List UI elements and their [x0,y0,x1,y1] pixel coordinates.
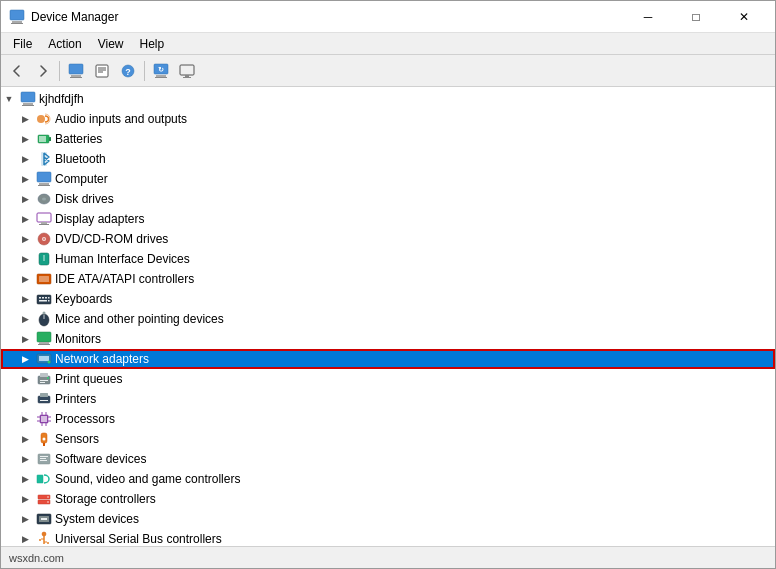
back-button[interactable] [5,59,29,83]
tree-item-software[interactable]: ▶ Software devices [1,449,775,469]
device-tree[interactable]: ▼ kjhdfdjfh ▶ [1,87,775,546]
svg-rect-80 [40,456,48,457]
svg-rect-3 [69,64,83,74]
tree-root[interactable]: ▼ kjhdfdjfh [1,89,775,109]
icon-print-queues [36,371,52,387]
expand-batteries[interactable]: ▶ [17,131,33,147]
svg-rect-44 [42,297,44,299]
label-hid: Human Interface Devices [55,252,190,266]
expand-disk[interactable]: ▶ [17,191,33,207]
icon-disk [36,191,52,207]
tree-item-processors[interactable]: ▶ Processors [1,409,775,429]
svg-rect-19 [21,92,35,102]
tree-item-display[interactable]: ▶ Display adapters [1,209,775,229]
tree-item-bluetooth[interactable]: ▶ Bluetooth [1,149,775,169]
expand-printers[interactable]: ▶ [17,391,33,407]
expand-ide[interactable]: ▶ [17,271,33,287]
icon-computer-item [36,171,52,187]
icon-monitors [36,331,52,347]
tree-item-print-queues[interactable]: ▶ Print queues [1,369,775,389]
expand-mice[interactable]: ▶ [17,311,33,327]
tree-item-system[interactable]: ▶ System devices [1,509,775,529]
svg-rect-25 [39,136,46,142]
svg-rect-63 [38,396,50,403]
device-manager-button[interactable] [64,59,88,83]
svg-point-37 [43,238,45,240]
expand-software[interactable]: ▶ [17,451,33,467]
menu-view[interactable]: View [90,33,132,54]
label-system: System devices [55,512,139,526]
expand-usb[interactable]: ▶ [17,531,33,546]
svg-point-96 [47,542,49,544]
expand-network[interactable]: ▶ [17,351,33,367]
close-button[interactable]: ✕ [721,1,767,33]
expand-keyboards[interactable]: ▶ [17,291,33,307]
svg-rect-27 [37,172,51,182]
expand-hid[interactable]: ▶ [17,251,33,267]
expand-monitors[interactable]: ▶ [17,331,33,347]
tree-item-sensors[interactable]: ▶ Sensors [1,429,775,449]
expand-display[interactable]: ▶ [17,211,33,227]
scan-button[interactable]: ↻ [149,59,173,83]
icon-printers [36,391,52,407]
tree-item-computer[interactable]: ▶ Computer [1,169,775,189]
tree-item-printers[interactable]: ▶ Printers [1,389,775,409]
tree-item-disk[interactable]: ▶ Disk drives [1,189,775,209]
icon-keyboards [36,291,52,307]
label-usb: Universal Serial Bus controllers [55,532,222,546]
tree-item-dvd[interactable]: ▶ DVD/CD-ROM drives [1,229,775,249]
tree-item-network[interactable]: ▶ Network adapters [1,349,775,369]
expand-sensors[interactable]: ▶ [17,431,33,447]
icon-mice [36,311,52,327]
svg-rect-33 [41,222,47,224]
main-content: ▼ kjhdfdjfh ▶ [1,87,775,546]
svg-rect-21 [22,105,34,106]
svg-rect-41 [39,276,49,282]
menu-help[interactable]: Help [132,33,173,54]
root-expand-icon[interactable]: ▼ [1,91,17,107]
menu-action[interactable]: Action [40,33,89,54]
tree-item-ide[interactable]: ▶ IDE ATA/ATAPI controllers [1,269,775,289]
maximize-button[interactable]: □ [673,1,719,33]
help-button[interactable]: ? [116,59,140,83]
icon-software [36,451,52,467]
tree-item-monitors[interactable]: ▶ Monitors [1,329,775,349]
tree-item-mice[interactable]: ▶ Mice and other pointing devices [1,309,775,329]
properties-button[interactable] [90,59,114,83]
expand-print-queues[interactable]: ▶ [17,371,33,387]
svg-rect-81 [40,458,46,459]
expand-processors[interactable]: ▶ [17,411,33,427]
tree-item-batteries[interactable]: ▶ Batteries [1,129,775,149]
label-dvd: DVD/CD-ROM drives [55,232,168,246]
tree-item-storage[interactable]: ▶ Storage controllers [1,489,775,509]
expand-dvd[interactable]: ▶ [17,231,33,247]
icon-ide [36,271,52,287]
tree-item-sound[interactable]: ▶ Sound, video and game controllers [1,469,775,489]
tree-item-usb[interactable]: ▶ Universal Serial Bus controllers [1,529,775,546]
expand-computer[interactable]: ▶ [17,171,33,187]
forward-button[interactable] [31,59,55,83]
expand-storage[interactable]: ▶ [17,491,33,507]
minimize-button[interactable]: ─ [625,1,671,33]
svg-rect-20 [23,103,33,105]
menu-file[interactable]: File [5,33,40,54]
svg-rect-77 [43,443,45,446]
svg-rect-18 [183,77,191,78]
expand-system[interactable]: ▶ [17,511,33,527]
tree-item-audio[interactable]: ▶ Audio inputs and outputs [1,109,775,129]
label-mice: Mice and other pointing devices [55,312,224,326]
label-disk: Disk drives [55,192,114,206]
toolbar-sep-1 [59,61,60,81]
tree-item-keyboards[interactable]: ▶ Keyboards [1,289,775,309]
icon-dvd [36,231,52,247]
svg-rect-46 [48,297,50,299]
tree-item-hid[interactable]: ▶ Human Interface Devices [1,249,775,269]
expand-audio[interactable]: ▶ [17,111,33,127]
display-button[interactable] [175,59,199,83]
svg-rect-4 [71,75,81,77]
svg-rect-43 [39,297,41,299]
expand-bluetooth[interactable]: ▶ [17,151,33,167]
svg-rect-47 [39,300,47,302]
svg-point-91 [42,532,46,536]
expand-sound[interactable]: ▶ [17,471,33,487]
